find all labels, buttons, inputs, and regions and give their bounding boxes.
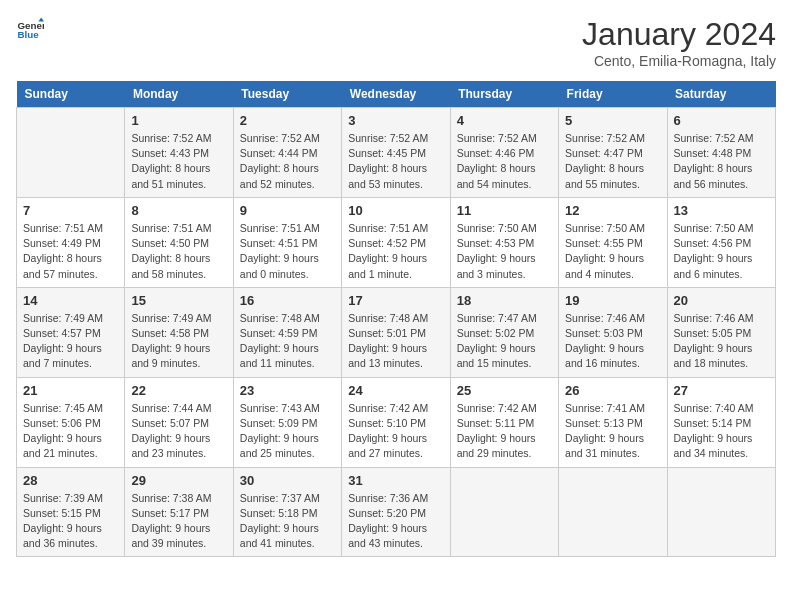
day-number: 11	[457, 203, 552, 218]
day-number: 24	[348, 383, 443, 398]
day-info: Sunrise: 7:46 AMSunset: 5:03 PMDaylight:…	[565, 311, 660, 372]
day-number: 29	[131, 473, 226, 488]
day-info: Sunrise: 7:38 AMSunset: 5:17 PMDaylight:…	[131, 491, 226, 552]
day-number: 8	[131, 203, 226, 218]
day-number: 2	[240, 113, 335, 128]
day-number: 13	[674, 203, 769, 218]
calendar-day: 2Sunrise: 7:52 AMSunset: 4:44 PMDaylight…	[233, 108, 341, 198]
day-number: 22	[131, 383, 226, 398]
calendar-day: 5Sunrise: 7:52 AMSunset: 4:47 PMDaylight…	[559, 108, 667, 198]
day-header-sunday: Sunday	[17, 81, 125, 108]
day-info: Sunrise: 7:50 AMSunset: 4:55 PMDaylight:…	[565, 221, 660, 282]
day-info: Sunrise: 7:52 AMSunset: 4:43 PMDaylight:…	[131, 131, 226, 192]
calendar-day: 23Sunrise: 7:43 AMSunset: 5:09 PMDayligh…	[233, 377, 341, 467]
calendar-day: 26Sunrise: 7:41 AMSunset: 5:13 PMDayligh…	[559, 377, 667, 467]
day-number: 5	[565, 113, 660, 128]
calendar-table: SundayMondayTuesdayWednesdayThursdayFrid…	[16, 81, 776, 557]
day-info: Sunrise: 7:39 AMSunset: 5:15 PMDaylight:…	[23, 491, 118, 552]
day-number: 7	[23, 203, 118, 218]
day-info: Sunrise: 7:52 AMSunset: 4:46 PMDaylight:…	[457, 131, 552, 192]
calendar-week-1: 1Sunrise: 7:52 AMSunset: 4:43 PMDaylight…	[17, 108, 776, 198]
calendar-day: 4Sunrise: 7:52 AMSunset: 4:46 PMDaylight…	[450, 108, 558, 198]
calendar-day: 20Sunrise: 7:46 AMSunset: 5:05 PMDayligh…	[667, 287, 775, 377]
day-number: 1	[131, 113, 226, 128]
day-header-tuesday: Tuesday	[233, 81, 341, 108]
calendar-day: 25Sunrise: 7:42 AMSunset: 5:11 PMDayligh…	[450, 377, 558, 467]
day-number: 17	[348, 293, 443, 308]
day-info: Sunrise: 7:42 AMSunset: 5:11 PMDaylight:…	[457, 401, 552, 462]
day-header-wednesday: Wednesday	[342, 81, 450, 108]
day-header-saturday: Saturday	[667, 81, 775, 108]
day-info: Sunrise: 7:49 AMSunset: 4:57 PMDaylight:…	[23, 311, 118, 372]
logo: General Blue	[16, 16, 44, 44]
day-number: 28	[23, 473, 118, 488]
day-info: Sunrise: 7:49 AMSunset: 4:58 PMDaylight:…	[131, 311, 226, 372]
calendar-day: 17Sunrise: 7:48 AMSunset: 5:01 PMDayligh…	[342, 287, 450, 377]
calendar-day: 14Sunrise: 7:49 AMSunset: 4:57 PMDayligh…	[17, 287, 125, 377]
day-info: Sunrise: 7:50 AMSunset: 4:56 PMDaylight:…	[674, 221, 769, 282]
day-number: 10	[348, 203, 443, 218]
day-info: Sunrise: 7:42 AMSunset: 5:10 PMDaylight:…	[348, 401, 443, 462]
calendar-day: 3Sunrise: 7:52 AMSunset: 4:45 PMDaylight…	[342, 108, 450, 198]
calendar-day: 7Sunrise: 7:51 AMSunset: 4:49 PMDaylight…	[17, 197, 125, 287]
calendar-day: 22Sunrise: 7:44 AMSunset: 5:07 PMDayligh…	[125, 377, 233, 467]
calendar-day	[17, 108, 125, 198]
day-number: 23	[240, 383, 335, 398]
calendar-day: 27Sunrise: 7:40 AMSunset: 5:14 PMDayligh…	[667, 377, 775, 467]
day-info: Sunrise: 7:50 AMSunset: 4:53 PMDaylight:…	[457, 221, 552, 282]
calendar-week-5: 28Sunrise: 7:39 AMSunset: 5:15 PMDayligh…	[17, 467, 776, 557]
calendar-day: 28Sunrise: 7:39 AMSunset: 5:15 PMDayligh…	[17, 467, 125, 557]
svg-text:Blue: Blue	[17, 29, 39, 40]
calendar-day: 21Sunrise: 7:45 AMSunset: 5:06 PMDayligh…	[17, 377, 125, 467]
calendar-day: 9Sunrise: 7:51 AMSunset: 4:51 PMDaylight…	[233, 197, 341, 287]
day-info: Sunrise: 7:45 AMSunset: 5:06 PMDaylight:…	[23, 401, 118, 462]
calendar-day: 10Sunrise: 7:51 AMSunset: 4:52 PMDayligh…	[342, 197, 450, 287]
calendar-day	[450, 467, 558, 557]
day-info: Sunrise: 7:48 AMSunset: 5:01 PMDaylight:…	[348, 311, 443, 372]
days-header-row: SundayMondayTuesdayWednesdayThursdayFrid…	[17, 81, 776, 108]
day-number: 26	[565, 383, 660, 398]
calendar-day: 31Sunrise: 7:36 AMSunset: 5:20 PMDayligh…	[342, 467, 450, 557]
day-header-monday: Monday	[125, 81, 233, 108]
day-info: Sunrise: 7:52 AMSunset: 4:47 PMDaylight:…	[565, 131, 660, 192]
calendar-day: 1Sunrise: 7:52 AMSunset: 4:43 PMDaylight…	[125, 108, 233, 198]
day-number: 9	[240, 203, 335, 218]
day-number: 12	[565, 203, 660, 218]
calendar-day: 16Sunrise: 7:48 AMSunset: 4:59 PMDayligh…	[233, 287, 341, 377]
day-info: Sunrise: 7:52 AMSunset: 4:48 PMDaylight:…	[674, 131, 769, 192]
day-number: 31	[348, 473, 443, 488]
day-info: Sunrise: 7:37 AMSunset: 5:18 PMDaylight:…	[240, 491, 335, 552]
day-info: Sunrise: 7:46 AMSunset: 5:05 PMDaylight:…	[674, 311, 769, 372]
day-number: 3	[348, 113, 443, 128]
day-info: Sunrise: 7:36 AMSunset: 5:20 PMDaylight:…	[348, 491, 443, 552]
day-info: Sunrise: 7:40 AMSunset: 5:14 PMDaylight:…	[674, 401, 769, 462]
calendar-week-4: 21Sunrise: 7:45 AMSunset: 5:06 PMDayligh…	[17, 377, 776, 467]
day-info: Sunrise: 7:41 AMSunset: 5:13 PMDaylight:…	[565, 401, 660, 462]
page-header: General Blue January 2024 Cento, Emilia-…	[16, 16, 776, 69]
day-number: 27	[674, 383, 769, 398]
day-info: Sunrise: 7:48 AMSunset: 4:59 PMDaylight:…	[240, 311, 335, 372]
day-number: 19	[565, 293, 660, 308]
day-header-thursday: Thursday	[450, 81, 558, 108]
title-block: January 2024 Cento, Emilia-Romagna, Ital…	[582, 16, 776, 69]
calendar-day: 12Sunrise: 7:50 AMSunset: 4:55 PMDayligh…	[559, 197, 667, 287]
calendar-day: 15Sunrise: 7:49 AMSunset: 4:58 PMDayligh…	[125, 287, 233, 377]
day-info: Sunrise: 7:44 AMSunset: 5:07 PMDaylight:…	[131, 401, 226, 462]
calendar-day: 13Sunrise: 7:50 AMSunset: 4:56 PMDayligh…	[667, 197, 775, 287]
calendar-day: 6Sunrise: 7:52 AMSunset: 4:48 PMDaylight…	[667, 108, 775, 198]
day-info: Sunrise: 7:51 AMSunset: 4:49 PMDaylight:…	[23, 221, 118, 282]
calendar-day: 24Sunrise: 7:42 AMSunset: 5:10 PMDayligh…	[342, 377, 450, 467]
logo-icon: General Blue	[16, 16, 44, 44]
calendar-day	[667, 467, 775, 557]
day-number: 21	[23, 383, 118, 398]
day-number: 14	[23, 293, 118, 308]
calendar-day: 11Sunrise: 7:50 AMSunset: 4:53 PMDayligh…	[450, 197, 558, 287]
calendar-day	[559, 467, 667, 557]
day-header-friday: Friday	[559, 81, 667, 108]
day-info: Sunrise: 7:52 AMSunset: 4:44 PMDaylight:…	[240, 131, 335, 192]
calendar-day: 18Sunrise: 7:47 AMSunset: 5:02 PMDayligh…	[450, 287, 558, 377]
day-info: Sunrise: 7:47 AMSunset: 5:02 PMDaylight:…	[457, 311, 552, 372]
calendar-week-3: 14Sunrise: 7:49 AMSunset: 4:57 PMDayligh…	[17, 287, 776, 377]
day-number: 30	[240, 473, 335, 488]
day-number: 18	[457, 293, 552, 308]
